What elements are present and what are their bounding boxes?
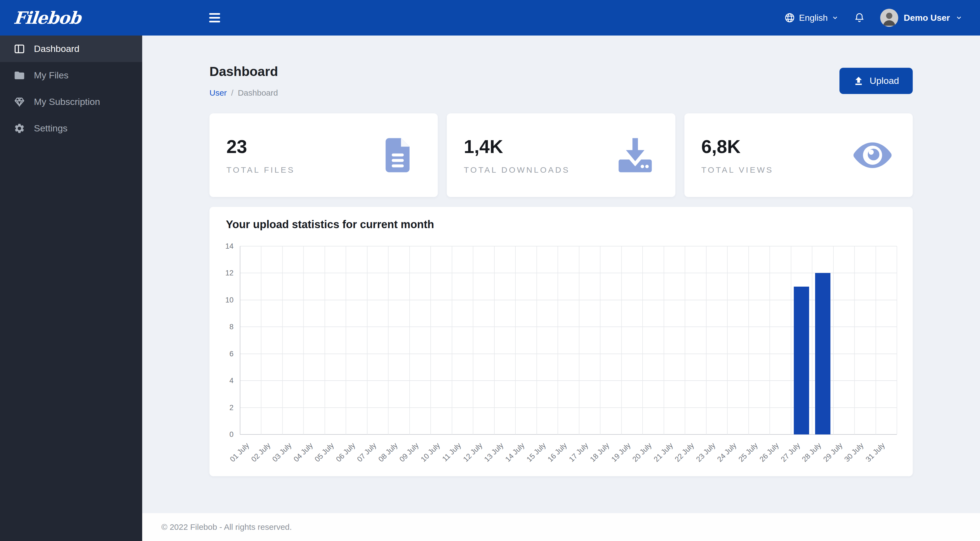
y-axis-tick-label: 8 <box>229 323 234 331</box>
x-axis-tick-label: 12 July <box>461 441 484 464</box>
x-axis-tick-label: 05 July <box>313 441 336 464</box>
gridline <box>367 246 368 435</box>
x-axis-tick-label: 27 July <box>779 441 802 464</box>
chevron-down-icon <box>832 14 838 21</box>
breadcrumb: User / Dashboard <box>210 88 278 98</box>
globe-icon <box>784 12 795 23</box>
x-axis-tick-label: 17 July <box>567 441 590 464</box>
y-axis-tick-label: 12 <box>225 269 234 277</box>
user-name: Demo User <box>904 13 950 23</box>
gridline <box>473 246 473 435</box>
file-icon <box>377 135 418 176</box>
bar-chart: 0246810121401 July02 July03 July04 July0… <box>240 246 897 435</box>
x-axis-tick-label: 19 July <box>610 441 632 464</box>
main-content: Dashboard User / Dashboard Upload 23 TOT… <box>142 35 980 513</box>
download-icon <box>615 135 656 176</box>
app-logo: Filebob <box>13 8 81 28</box>
stat-value: 6,8K <box>702 136 773 157</box>
page-title: Dashboard <box>210 64 278 79</box>
user-menu[interactable]: Demo User <box>880 9 963 27</box>
copyright-text: © 2022 Filebob - All rights reserved. <box>161 522 292 532</box>
stat-card-total-views: 6,8K TOTAL VIEWS <box>684 113 913 197</box>
gridline <box>621 246 622 435</box>
x-axis-tick-label: 22 July <box>673 441 695 464</box>
bar-28 July <box>815 273 830 435</box>
stat-value: 23 <box>226 136 295 157</box>
sidebar-item-dashboard[interactable]: Dashboard <box>0 35 142 62</box>
gridline <box>600 246 600 435</box>
bell-icon <box>854 12 865 23</box>
gem-icon <box>14 96 25 108</box>
y-axis-tick-label: 2 <box>229 403 234 412</box>
upload-statistics-chart-card: Your upload statistics for current month… <box>210 207 913 476</box>
x-axis-tick-label: 10 July <box>419 441 442 464</box>
x-axis-tick-label: 06 July <box>334 441 357 464</box>
gridline <box>812 246 812 435</box>
folder-icon <box>14 70 25 81</box>
stat-card-total-files: 23 TOTAL FILES <box>210 113 438 197</box>
upload-button[interactable]: Upload <box>840 68 913 94</box>
gridline <box>748 246 749 435</box>
gridline <box>240 246 897 246</box>
y-axis-tick-label: 14 <box>225 242 234 251</box>
sidebar-item-settings[interactable]: Settings <box>0 115 142 141</box>
x-axis-tick-label: 09 July <box>398 441 420 464</box>
gridline <box>642 246 643 435</box>
y-axis-tick-label: 0 <box>229 430 234 439</box>
gridline <box>897 246 897 435</box>
gridline <box>452 246 452 435</box>
gridline <box>430 246 431 435</box>
breadcrumb-separator: / <box>231 88 233 98</box>
x-axis-tick-label: 16 July <box>546 441 569 464</box>
stat-label: TOTAL VIEWS <box>702 165 773 175</box>
notifications-button[interactable] <box>854 12 865 23</box>
sidebar-item-my-subscription[interactable]: My Subscription <box>0 89 142 115</box>
breadcrumb-user-link[interactable]: User <box>210 88 227 98</box>
x-axis-tick-label: 26 July <box>758 441 780 464</box>
columns-icon <box>14 43 25 55</box>
upload-button-label: Upload <box>870 75 899 86</box>
sidebar-item-label: My Files <box>34 70 68 81</box>
sidebar-item-my-files[interactable]: My Files <box>0 62 142 89</box>
gridline <box>515 246 516 435</box>
x-axis-tick-label: 07 July <box>355 441 378 464</box>
x-axis-tick-label: 08 July <box>377 441 399 464</box>
gridline <box>261 246 261 435</box>
top-navbar: Filebob English <box>0 0 980 35</box>
gridline <box>536 246 537 435</box>
sidebar-item-label: Settings <box>34 123 68 133</box>
x-axis-tick-label: 29 July <box>822 441 844 464</box>
gridline <box>345 246 346 435</box>
x-axis-tick-label: 04 July <box>292 441 315 464</box>
gridline <box>282 246 283 435</box>
x-axis-tick-label: 03 July <box>271 441 293 464</box>
gridline <box>388 246 388 435</box>
x-axis-tick-label: 18 July <box>589 441 611 464</box>
gridline <box>791 246 791 435</box>
y-axis-tick-label: 4 <box>229 376 234 385</box>
gear-icon <box>14 123 25 134</box>
chevron-down-icon <box>955 14 963 21</box>
gridline <box>875 246 876 435</box>
stat-value: 1,4K <box>464 136 570 157</box>
x-axis-tick-label: 25 July <box>737 441 759 464</box>
x-axis-tick-label: 24 July <box>716 441 738 464</box>
gridline <box>770 246 770 435</box>
bar-27 July <box>794 287 809 435</box>
footer: © 2022 Filebob - All rights reserved. <box>142 513 980 541</box>
x-axis-tick-label: 28 July <box>800 441 823 464</box>
language-selector[interactable]: English <box>784 12 838 23</box>
gridline <box>854 246 855 435</box>
y-axis-tick-label: 10 <box>225 296 234 304</box>
stat-label: TOTAL FILES <box>226 165 295 175</box>
gridline <box>663 246 664 435</box>
eye-icon <box>852 135 893 176</box>
chart-title: Your upload statistics for current month <box>226 218 434 231</box>
x-axis-tick-label: 31 July <box>864 441 886 464</box>
x-axis-tick-label: 02 July <box>250 441 272 464</box>
hamburger-menu-button[interactable] <box>209 13 221 22</box>
sidebar-item-label: Dashboard <box>34 43 79 54</box>
breadcrumb-current: Dashboard <box>238 88 278 98</box>
x-axis-tick-label: 13 July <box>483 441 505 464</box>
gridline <box>727 246 728 435</box>
